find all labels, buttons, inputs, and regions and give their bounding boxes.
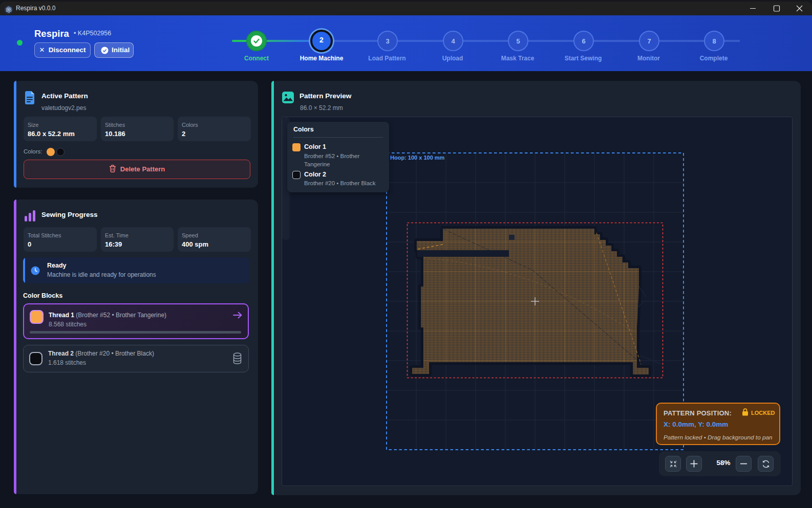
svg-text:Hoop: 100 x 100 mm: Hoop: 100 x 100 mm bbox=[390, 154, 445, 161]
